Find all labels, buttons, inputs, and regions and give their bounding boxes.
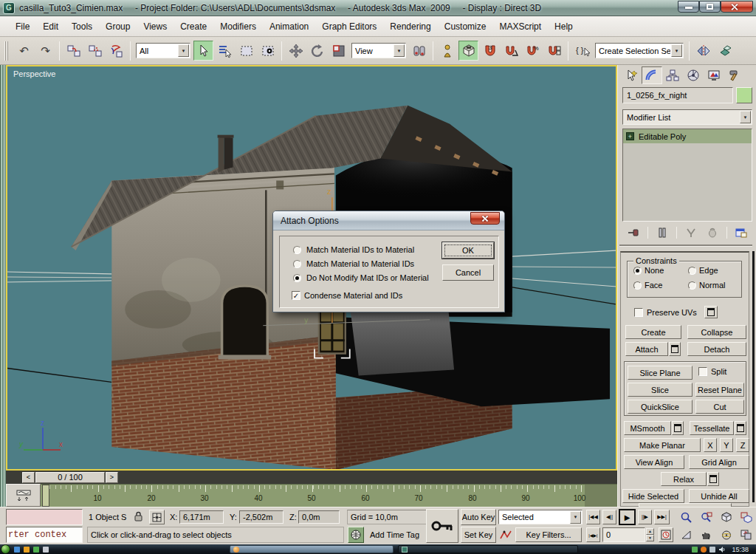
- menu-create[interactable]: Create: [173, 18, 213, 35]
- dialog-titlebar[interactable]: Attach Options: [273, 211, 504, 230]
- volume-icon[interactable]: [718, 546, 726, 553]
- view-align-button[interactable]: View Align: [624, 455, 684, 469]
- auto-key-button[interactable]: Auto Key: [461, 509, 496, 525]
- zoom-extents-all-button[interactable]: [737, 509, 755, 525]
- key-mode-dropdown[interactable]: Selected ▼: [498, 510, 583, 524]
- show-end-result-button[interactable]: [655, 226, 670, 239]
- slice-button[interactable]: Slice: [628, 383, 693, 397]
- add-time-tag[interactable]: Add Time Tag: [367, 527, 433, 542]
- unlink-selection-button[interactable]: [85, 41, 105, 61]
- constraint-face-radio[interactable]: Face: [633, 281, 662, 290]
- current-frame-marker[interactable]: [42, 485, 49, 507]
- select-object-button[interactable]: [193, 41, 213, 61]
- tab-motion[interactable]: [683, 66, 704, 84]
- time-slider[interactable]: 0 / 100: [35, 472, 105, 483]
- frame-spinner[interactable]: ▲▼: [646, 528, 654, 541]
- go-to-start-button[interactable]: |◀◀: [586, 510, 600, 524]
- arc-rotate-button[interactable]: [717, 527, 735, 543]
- menu-views[interactable]: Views: [137, 18, 173, 35]
- constraint-normal-radio[interactable]: Normal: [688, 281, 725, 290]
- select-and-rotate-button[interactable]: [307, 41, 327, 61]
- select-and-scale-button[interactable]: [329, 41, 348, 61]
- tab-display[interactable]: [704, 66, 724, 84]
- cut-button[interactable]: Cut: [695, 400, 744, 414]
- taskbar-clock[interactable]: 15:38: [732, 546, 749, 553]
- dialog-close-button[interactable]: [470, 212, 500, 225]
- ok-button[interactable]: OK: [442, 242, 494, 259]
- default-in-out-tangents-button[interactable]: [498, 527, 513, 542]
- coord-y-field[interactable]: -2,502m: [239, 510, 284, 524]
- zoom-all-button[interactable]: [697, 509, 715, 525]
- tessellate-settings-button[interactable]: [735, 421, 746, 435]
- percent-snap-button[interactable]: %: [523, 41, 543, 61]
- reset-plane-button[interactable]: Reset Plane: [695, 383, 744, 397]
- set-keys-button[interactable]: [426, 509, 458, 543]
- align-button[interactable]: [715, 41, 735, 61]
- time-configuration-button[interactable]: [659, 527, 673, 542]
- menu-graph-editors[interactable]: Graph Editors: [315, 18, 383, 35]
- titlebar[interactable]: G casilla_Tuto3_Cimien.max - Project Fol…: [0, 0, 756, 16]
- set-key-button[interactable]: Set Key: [461, 527, 496, 543]
- undo-button[interactable]: ↶: [14, 41, 34, 61]
- taskbar-window-button-1[interactable]: [230, 545, 394, 553]
- named-selection-set-dropdown[interactable]: Create Selection Set ▼: [595, 43, 684, 58]
- quicklaunch-icon-1[interactable]: [14, 547, 20, 553]
- grid-align-button[interactable]: Grid Align: [689, 455, 749, 469]
- key-mode-toggle-button[interactable]: |◀▶|: [586, 527, 600, 542]
- create-button[interactable]: Create: [625, 325, 681, 339]
- constraint-edge-radio[interactable]: Edge: [688, 266, 718, 275]
- zoom-extents-button[interactable]: [717, 509, 735, 525]
- tray-icon-1[interactable]: [692, 547, 698, 553]
- cancel-button[interactable]: Cancel: [442, 264, 494, 281]
- key-filters-button[interactable]: Key Filters...: [515, 527, 582, 542]
- detach-button[interactable]: Detach: [687, 342, 746, 356]
- spinner-snap-button[interactable]: [544, 41, 564, 61]
- make-planar-button[interactable]: Make Planar: [624, 438, 701, 452]
- tessellate-button[interactable]: Tessellate: [690, 421, 734, 435]
- menu-modifiers[interactable]: Modifiers: [213, 18, 263, 35]
- start-button[interactable]: [1, 544, 10, 554]
- play-button[interactable]: ▶: [619, 509, 636, 525]
- keyboard-shortcut-override-button[interactable]: [437, 41, 457, 61]
- quicklaunch-icon-3[interactable]: [33, 547, 39, 553]
- time-slider-prev-button[interactable]: <: [22, 472, 35, 483]
- stack-item-editable-poly[interactable]: + Editable Poly: [623, 129, 752, 143]
- maxscript-mini-listener[interactable]: rter contex: [6, 527, 83, 543]
- menu-animation[interactable]: Animation: [263, 18, 315, 35]
- isolation-mode-button[interactable]: [348, 527, 364, 543]
- bind-to-space-warp-button[interactable]: [106, 41, 126, 61]
- split-checkbox[interactable]: [698, 367, 707, 376]
- quickslice-button[interactable]: QuickSlice: [628, 400, 693, 414]
- attach-button[interactable]: Attach: [625, 342, 668, 356]
- tray-icon-3[interactable]: [709, 547, 715, 553]
- quicklaunch-icon-2[interactable]: [24, 547, 30, 553]
- pan-button[interactable]: [697, 527, 715, 543]
- match-material-to-ids-radio[interactable]: Match Material to Material IDs: [293, 259, 414, 268]
- object-color-swatch[interactable]: [736, 87, 752, 103]
- field-of-view-button[interactable]: [677, 527, 695, 543]
- toolbar-grip[interactable]: [4, 41, 9, 61]
- modifier-stack[interactable]: + Editable Poly: [622, 129, 752, 222]
- quicklaunch-icon-4[interactable]: [43, 547, 49, 553]
- current-frame-field[interactable]: 0: [602, 527, 645, 542]
- preserve-uvs-checkbox[interactable]: [634, 308, 643, 317]
- menu-group[interactable]: Group: [99, 18, 137, 35]
- select-and-move-button[interactable]: [286, 41, 306, 61]
- select-and-link-button[interactable]: [63, 41, 83, 61]
- menu-tools[interactable]: Tools: [65, 18, 99, 35]
- tray-icon-2[interactable]: [701, 547, 707, 553]
- angle-snap-button[interactable]: 3: [480, 41, 500, 61]
- slice-plane-button[interactable]: Slice Plane: [628, 366, 693, 380]
- attach-settings-button[interactable]: [669, 342, 681, 356]
- planar-y-button[interactable]: Y: [720, 438, 733, 452]
- preserve-uvs-settings-button[interactable]: [704, 306, 718, 318]
- coord-z-field[interactable]: 0,0m: [298, 510, 340, 524]
- tab-hierarchy[interactable]: [662, 66, 683, 84]
- make-unique-button[interactable]: [684, 226, 698, 239]
- absolute-offset-mode-button[interactable]: [149, 510, 165, 524]
- constraint-none-radio[interactable]: None: [633, 266, 664, 275]
- time-slider-next-button[interactable]: >: [106, 472, 118, 483]
- msmooth-settings-button[interactable]: [672, 421, 684, 435]
- configure-modifier-sets-button[interactable]: [734, 226, 749, 239]
- collapse-button[interactable]: Collapse: [687, 325, 746, 339]
